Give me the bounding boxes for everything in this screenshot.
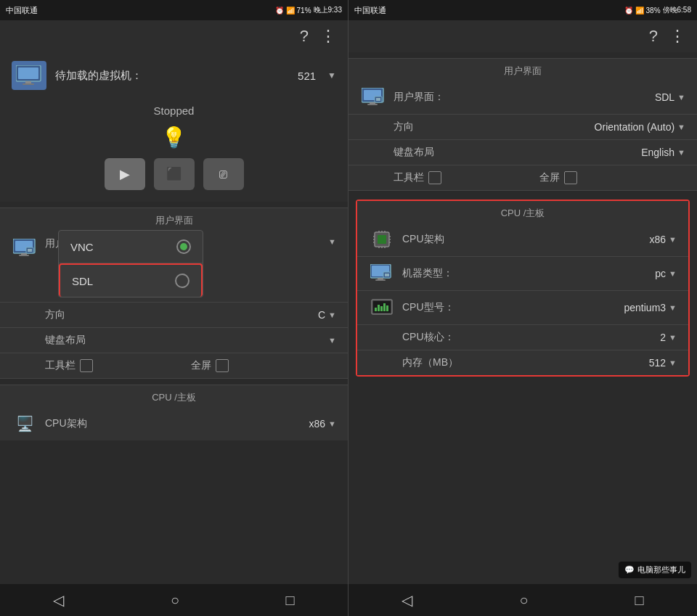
left-back-btn[interactable]: ◁ [53,591,64,609]
right-status-bar: 中国联通 ⏰ 📶 38% 傍晚6:58 [348,0,697,20]
right-cpu-cores-arrow[interactable]: ▼ [669,333,677,342]
left-top-bar: ? ⋮ [0,20,348,52]
left-time: 晚上9:33 [314,5,342,15]
right-direction-arrow[interactable]: ▼ [677,123,685,131]
left-recent-btn[interactable]: □ [286,592,295,609]
right-cpu-model-value: pentium3 [624,302,667,313]
right-keyboard-arrow[interactable]: ▼ [677,148,685,157]
right-toolbar-item[interactable]: 工具栏 [394,171,539,184]
left-scroll-content: 用户界面 用户界面： ▼ [0,202,348,584]
right-ram-value: 512 [649,357,666,369]
battery-text: 71% [297,7,311,15]
right-cpu-arch-label: CPU架构 [402,233,650,246]
dropdown-vnc[interactable]: VNC [59,231,203,263]
right-ram-arrow[interactable]: ▼ [669,358,677,367]
cpu-outer-wrapper: CPU /主板 [348,191,697,385]
left-status-bar: 中国联通 ⏰ 📶 71% 晚上9:33 [0,0,348,20]
left-cpu-arch-row[interactable]: 🖥️ CPU架构 x86 ▼ [0,407,348,440]
right-keyboard-label: 键盘布局 [394,146,641,159]
left-ui-title: 用户界面 [0,208,348,230]
svg-rect-35 [385,274,389,276]
right-direction-row[interactable]: 方向 Orientation (Auto) ▼ [348,115,697,140]
stopped-text: Stopped [154,104,195,117]
right-toolbar-label: 工具栏 [394,171,424,184]
vnc-radio[interactable] [176,239,191,254]
right-ui-value: SDL [655,91,674,103]
toolbar-checkbox[interactable] [80,359,93,372]
right-top-bar: ? ⋮ [348,20,697,52]
right-recent-btn[interactable]: □ [635,592,643,609]
ui-dropdown-popup[interactable]: VNC SDL [58,230,203,297]
right-cpu-model-arrow[interactable]: ▼ [669,303,677,312]
right-time: 傍晚6:58 [663,5,691,15]
vm-number-arrow[interactable]: ▼ [327,70,336,81]
right-cpu-arch-icon [369,229,395,250]
right-fullscreen-checkbox[interactable] [564,171,577,184]
vm-number: 521 [298,70,316,82]
right-cpu-arch-row[interactable]: CPU架构 x86 ▼ [357,223,688,257]
keyboard-label: 键盘布局 [45,334,328,347]
control-buttons: ▶ ⬛ ⎚ [105,158,244,190]
right-help-icon[interactable]: ? [649,27,658,46]
ui-row-arrow[interactable]: ▼ [328,237,336,246]
right-scroll: 用户界面 用户界面： SDL [348,52,697,584]
right-machine-row[interactable]: 机器类型： pc ▼ [357,257,688,291]
wechat-text: 电脑那些事儿 [637,564,685,575]
right-machine-arrow[interactable]: ▼ [669,269,677,278]
direction-value: C [318,309,325,321]
stop-button[interactable]: ⬛ [154,158,195,190]
right-toolbar-checkbox[interactable] [428,171,441,184]
vnc-label: VNC [70,241,94,253]
right-cpu-cores-label: CPU核心： [402,331,660,344]
right-phone-panel: 中国联通 ⏰ 📶 38% 傍晚6:58 ? ⋮ 用户界面 [348,0,697,616]
vm-icon [12,61,46,90]
left-ui-section: 用户界面 用户界面： ▼ [0,208,348,379]
right-ui-title: 用户界面 [348,59,697,81]
menu-icon[interactable]: ⋮ [320,27,336,46]
right-cpu-arch-arrow[interactable]: ▼ [669,235,677,244]
left-status-icons: ⏰ 📶 71% 晚上9:33 [275,5,342,15]
vm-header: 待加载的虚拟机： 521 ▼ [0,52,348,99]
fullscreen-item[interactable]: 全屏 [191,359,337,372]
right-ram-row[interactable]: 内存（MB） 512 ▼ [357,350,688,375]
right-ui-icon [360,86,386,108]
ui-row[interactable]: 用户界面： ▼ VNC SDL [0,230,348,303]
right-direction-label: 方向 [394,120,595,134]
left-phone-panel: 中国联通 ⏰ 📶 71% 晚上9:33 ? ⋮ 待加载的虚拟机： 521 ▼ S… [0,0,348,616]
right-ui-row[interactable]: 用户界面： SDL ▼ [348,81,697,115]
right-cpu-arch-value: x86 [650,234,667,245]
sdl-radio[interactable] [175,274,189,288]
direction-arrow[interactable]: ▼ [328,311,336,319]
right-menu-icon[interactable]: ⋮ [669,27,685,46]
right-cpu-model-row[interactable]: CPU型号： pentium3 ▼ [357,291,688,325]
cpu-arch-arrow[interactable]: ▼ [328,419,336,428]
right-back-btn[interactable]: ◁ [402,591,412,609]
right-fullscreen-item[interactable]: 全屏 [539,171,685,184]
help-icon[interactable]: ? [300,27,309,46]
ui-row-icon [12,237,38,259]
toolbar-fullscreen-row: 工具栏 全屏 [0,353,348,378]
left-carrier: 中国联通 [6,5,38,16]
svg-rect-42 [386,305,388,311]
screenshot-button[interactable]: ⎚ [203,158,244,190]
right-keyboard-row[interactable]: 键盘布局 English ▼ [348,140,697,165]
right-fullscreen-label: 全屏 [539,171,560,184]
right-cpu-cores-row[interactable]: CPU核心： 2 ▼ [357,325,688,350]
left-cpu-title: CPU /主板 [0,385,348,407]
left-cpu-section: CPU /主板 🖥️ CPU架构 x86 ▼ [0,385,348,440]
fullscreen-checkbox[interactable] [216,359,229,372]
toolbar-item[interactable]: 工具栏 [45,359,191,372]
cpu-arch-label: CPU架构 [45,417,309,430]
right-home-btn[interactable]: ○ [519,592,528,609]
svg-rect-41 [383,303,386,311]
direction-row[interactable]: 方向 C ▼ [0,303,348,328]
stopped-section: Stopped 💡 ▶ ⬛ ⎚ [0,99,348,202]
dropdown-sdl[interactable]: SDL [59,263,203,297]
keyboard-row[interactable]: 键盘布局 ▼ [0,328,348,353]
right-ui-arrow[interactable]: ▼ [677,93,685,102]
wechat-icon: 💬 [624,565,635,575]
play-button[interactable]: ▶ [105,158,145,190]
keyboard-arrow[interactable]: ▼ [328,336,336,345]
left-home-btn[interactable]: ○ [171,592,179,609]
right-content: 用户界面 用户界面： SDL [348,52,697,584]
